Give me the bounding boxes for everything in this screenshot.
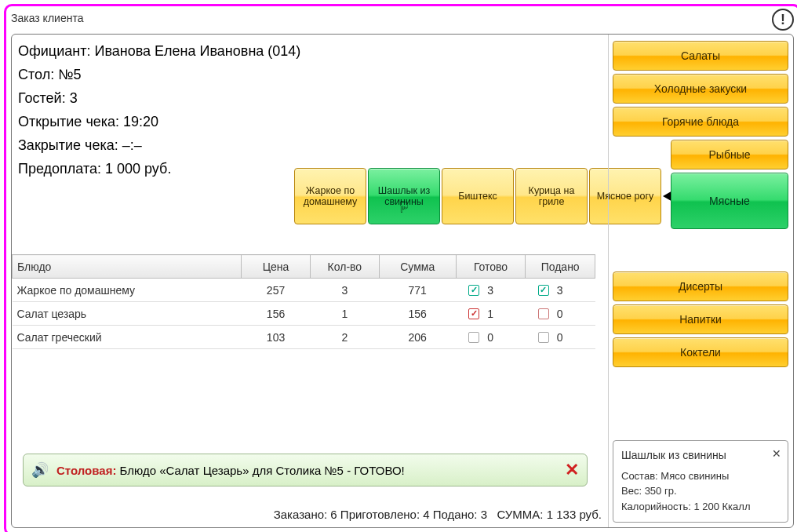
dish-info-card: ✕ Шашлык из свинины Состав: Мясо свинины… <box>613 440 788 523</box>
cell-ready: 0 <box>456 326 526 349</box>
cell-qty: 1 <box>311 302 380 326</box>
notification-prefix: Столовая: <box>56 464 116 477</box>
checkbox-icon[interactable] <box>538 332 549 343</box>
th-price: Цена <box>242 255 311 279</box>
separator <box>608 35 609 527</box>
card-title: Шашлык из свинины <box>621 447 780 464</box>
card-line: Вес: 350 гр. <box>621 483 780 499</box>
cell-ready: 3 <box>456 279 526 302</box>
info-guests: Гостей: 3 <box>18 86 608 110</box>
category-salads[interactable]: Салаты <box>613 41 788 71</box>
speaker-icon: 🔊 <box>31 461 49 479</box>
info-table: Стол: №5 <box>18 63 608 86</box>
app-window: Заказ клиента Официант: Иванова Елена Ив… <box>4 4 797 532</box>
dish-button[interactable]: Жаркое по домашнему <box>294 168 366 224</box>
info-open: Открытие чека: 19:20 <box>18 110 608 133</box>
notification-body: Блюдо «Салат Цезарь» для Столика №5 - ГО… <box>116 464 404 477</box>
cell-name: Жаркое по домашнему <box>13 279 242 302</box>
category-cocktails[interactable]: Коктели <box>613 337 788 367</box>
info-close: Закрытие чека: –:– <box>18 133 608 157</box>
totals-line: Заказано: 6 Приготовлено: 4 Подано: 3 СУ… <box>274 508 602 521</box>
category-deserts[interactable]: Дисерты <box>613 271 788 301</box>
category-hot[interactable]: Горячие блюда <box>613 107 788 137</box>
cell-served: 0 <box>526 326 595 349</box>
table-row[interactable]: Жаркое по домашнему257377133 <box>13 279 595 302</box>
card-line: Состав: Мясо свинины <box>621 468 780 484</box>
inner-panel: Официант: Иванова Елена Ивановна (014) С… <box>11 34 794 528</box>
table-row[interactable]: Салат греческий103220600 <box>13 326 595 349</box>
close-icon[interactable]: ✕ <box>772 446 781 462</box>
cell-name: Салат цезарь <box>13 302 242 326</box>
th-ready: Готово <box>456 255 526 279</box>
notification: 🔊 Столовая: Блюдо «Салат Цезарь» для Сто… <box>23 454 588 486</box>
dish-button[interactable]: Биштекс <box>442 168 514 224</box>
alert-icon[interactable] <box>772 9 794 31</box>
checkbox-icon[interactable] <box>538 285 549 296</box>
window-title: Заказ клиента <box>11 9 83 24</box>
checkbox-icon[interactable] <box>468 332 479 343</box>
dish-button-selected[interactable]: Шашлык из свинины <box>368 168 440 224</box>
th-served: Подано <box>526 255 595 279</box>
th-qty: Кол-во <box>311 255 380 279</box>
checkbox-icon[interactable] <box>468 308 479 319</box>
card-line: Калорийность: 1 200 Ккалл <box>621 499 780 515</box>
side-column: Салаты Холодные закуски Горячие блюда Ры… <box>608 35 793 527</box>
dish-button[interactable]: Курица на гриле <box>515 168 588 224</box>
cell-served: 0 <box>526 302 595 326</box>
th-dish: Блюдо <box>13 255 242 279</box>
cell-price: 156 <box>242 302 311 326</box>
cell-sum: 156 <box>379 302 456 326</box>
order-table: Блюдо Цена Кол-во Сумма Готово Подано Жа… <box>12 254 595 349</box>
category-fish[interactable]: Рыбные <box>671 140 788 169</box>
category-cold[interactable]: Холодные закуски <box>613 74 788 104</box>
notification-text: Столовая: Блюдо «Салат Цезарь» для Столи… <box>56 464 405 477</box>
cell-sum: 206 <box>379 326 456 349</box>
cell-price: 257 <box>242 279 311 302</box>
cell-ready: 1 <box>456 302 526 326</box>
checkbox-icon[interactable] <box>468 285 479 296</box>
cell-qty: 3 <box>311 279 380 302</box>
table-row[interactable]: Салат цезарь156115610 <box>13 302 595 326</box>
cell-name: Салат греческий <box>13 326 242 349</box>
table-header-row: Блюдо Цена Кол-во Сумма Готово Подано <box>13 255 595 279</box>
titlebar: Заказ клиента <box>11 9 794 34</box>
close-icon[interactable]: ✕ <box>565 460 579 480</box>
cell-qty: 2 <box>311 326 380 349</box>
cell-served: 3 <box>526 279 595 302</box>
main-column: Официант: Иванова Елена Ивановна (014) С… <box>12 35 608 527</box>
cell-sum: 771 <box>379 279 456 302</box>
info-waiter: Официант: Иванова Елена Ивановна (014) <box>18 39 608 63</box>
order-info: Официант: Иванова Елена Ивановна (014) С… <box>18 39 608 180</box>
category-drinks[interactable]: Напитки <box>613 304 788 334</box>
cell-price: 103 <box>242 326 311 349</box>
category-meat-selected[interactable]: Мясные <box>671 173 788 229</box>
checkbox-icon[interactable] <box>538 308 549 319</box>
th-sum: Сумма <box>379 255 456 279</box>
